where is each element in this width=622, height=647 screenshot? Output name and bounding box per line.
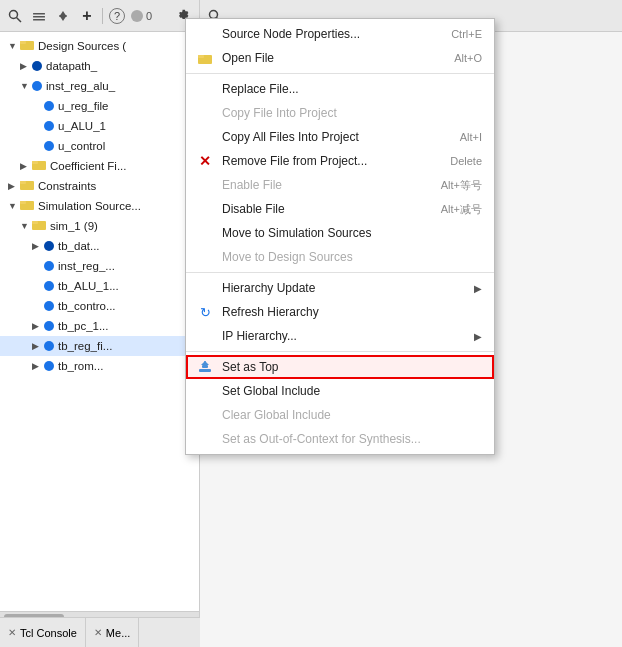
expand-arrow: ▼ [20,217,30,235]
menu-item-open-file[interactable]: Open File Alt+O [186,46,494,70]
menu-item-set-global-include[interactable]: Set Global Include [186,379,494,403]
menu-label: IP Hierarchy... [222,329,474,343]
menu-item-disable-file[interactable]: Disable File Alt+减号 [186,197,494,221]
expand-collapse-icon[interactable] [30,7,48,25]
menu-item-source-node-props[interactable]: Source Node Properties... Ctrl+E [186,22,494,46]
submenu-arrow: ▶ [474,331,482,342]
tree-label: u_reg_file [58,97,195,115]
separator [186,351,494,352]
menu-item-replace-file[interactable]: Replace File... [186,77,494,101]
tree-item-tb-alu[interactable]: ▶ tb_ALU_1... [0,276,199,296]
search-icon[interactable] [6,7,24,25]
tree-item-constraints[interactable]: ▶ Constraints [0,176,199,196]
folder-icon [20,37,34,55]
menu-item-ip-hierarchy[interactable]: IP Hierarchy... ▶ [186,324,494,348]
tree-item-design-sources[interactable]: ▼ Design Sources ( [0,36,199,56]
menu-item-clear-global-include: Clear Global Include [186,403,494,427]
tree-item-inst-reg2[interactable]: ▶ inst_reg_... [0,256,199,276]
menu-item-copy-file: Copy File Into Project [186,101,494,125]
tree-label: Coefficient Fi... [50,157,195,175]
file-dot [44,281,54,291]
toolbar: + ? 0 [0,0,199,32]
tree-item-u-alu[interactable]: ▶ u_ALU_1 [0,116,199,136]
shortcut-label: Delete [450,155,482,167]
svg-rect-3 [33,16,45,18]
menu-label: Copy File Into Project [222,106,482,120]
menu-label: Source Node Properties... [222,27,451,41]
svg-rect-16 [32,221,38,224]
menu-item-move-sim[interactable]: Move to Simulation Sources [186,221,494,245]
file-dot [44,341,54,351]
menu-item-hierarchy-update[interactable]: Hierarchy Update ▶ [186,276,494,300]
set-top-icon [196,358,214,376]
tree-item-u-control[interactable]: ▶ u_control [0,136,199,156]
tree-item-datapath[interactable]: ▶ datapath_ [0,56,199,76]
file-dot [44,241,54,251]
badge-count: 0 [146,10,152,22]
tcl-console-section[interactable]: ✕ Tcl Console [0,618,86,647]
menu-label: Move to Design Sources [222,250,482,264]
svg-point-0 [10,10,18,18]
tree-label: inst_reg_alu_ [46,77,195,95]
messages-section[interactable]: ✕ Me... [86,618,139,647]
tree-label: Simulation Source... [38,197,195,215]
menu-label: Set as Top [222,360,482,374]
tree-item-coefficient[interactable]: ▶ Coefficient Fi... [0,156,199,176]
menu-item-set-out-of-context: Set as Out-of-Context for Synthesis... [186,427,494,451]
menu-item-set-as-top[interactable]: Set as Top [186,355,494,379]
sort-icon[interactable] [54,7,72,25]
tree-item-u-reg-file[interactable]: ▶ u_reg_file [0,96,199,116]
menu-label: Open File [222,51,454,65]
close-icon: ✕ [94,627,102,638]
open-folder-icon [196,49,214,67]
expand-arrow: ▶ [32,357,42,375]
menu-label: Replace File... [222,82,482,96]
tree-label: tb_contro... [58,297,195,315]
help-icon[interactable]: ? [109,8,125,24]
menu-label: Hierarchy Update [222,281,474,295]
svg-rect-21 [199,369,211,372]
svg-rect-20 [198,55,204,58]
svg-rect-22 [202,365,208,368]
tree-item-tb-dat[interactable]: ▶ tb_dat... [0,236,199,256]
menu-item-copy-all[interactable]: Copy All Files Into Project Alt+I [186,125,494,149]
file-dot [44,141,54,151]
tree-item-inst-reg-alu[interactable]: ▼ inst_reg_alu_ [0,76,199,96]
svg-rect-2 [33,13,45,15]
tree-label: tb_rom... [58,357,195,375]
tree-item-sim1[interactable]: ▼ sim_1 (9) [0,216,199,236]
menu-label: Remove File from Project... [222,154,450,168]
menu-item-move-design: Move to Design Sources [186,245,494,269]
menu-item-refresh-hierarchy[interactable]: ↻ Refresh Hierarchy [186,300,494,324]
expand-arrow: ▶ [20,157,30,175]
folder-icon [20,177,34,195]
tree-item-tb-pc[interactable]: ▶ tb_pc_1... [0,316,199,336]
tree-label: Constraints [38,177,195,195]
context-menu: Source Node Properties... Ctrl+E Open Fi… [185,18,495,455]
menu-item-remove-file[interactable]: ✕ Remove File from Project... Delete [186,149,494,173]
expand-arrow: ▶ [32,317,42,335]
expand-arrow: ▼ [8,197,18,215]
menu-label: Copy All Files Into Project [222,130,460,144]
folder-icon [20,197,34,215]
file-dot [44,321,54,331]
tree-label: datapath_ [46,57,195,75]
tree-item-tb-rom[interactable]: ▶ tb_rom... [0,356,199,376]
add-icon[interactable]: + [78,7,96,25]
tree-item-tb-control[interactable]: ▶ tb_contro... [0,296,199,316]
tree-item-tb-reg-fi[interactable]: ▶ tb_reg_fi... [0,336,199,356]
close-icon: ✕ [8,627,16,638]
tree-item-simulation-source[interactable]: ▼ Simulation Source... [0,196,199,216]
file-dot [44,361,54,371]
menu-label: Clear Global Include [222,408,482,422]
submenu-arrow: ▶ [474,283,482,294]
expand-arrow: ▼ [20,77,30,95]
tree-label: tb_reg_fi... [58,337,195,355]
tree-label: tb_dat... [58,237,195,255]
expand-arrow: ▼ [8,37,18,55]
tree-label: sim_1 (9) [50,217,195,235]
svg-rect-8 [20,41,26,44]
tree-container[interactable]: ▼ Design Sources ( ▶ datapath_ ▼ inst_re… [0,32,199,611]
expand-arrow: ▶ [20,57,30,75]
menu-label: Set as Out-of-Context for Synthesis... [222,432,482,446]
